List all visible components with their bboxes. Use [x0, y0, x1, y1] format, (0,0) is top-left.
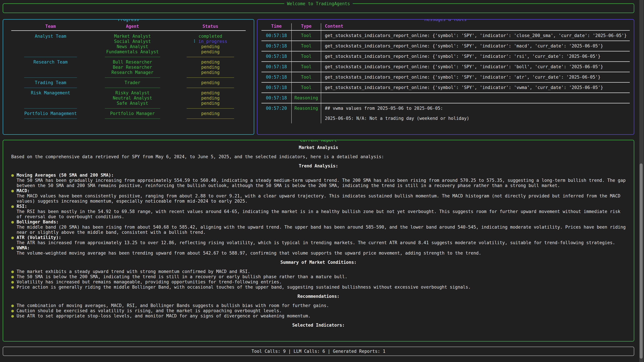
report-section-heading: Summary of Market Conditions:: [10, 260, 627, 265]
message-type: Tool: [292, 83, 321, 92]
status-text: pending: [201, 80, 220, 85]
bullet-text: The MACD values have been consistently p…: [16, 193, 627, 204]
bullet-text: Volatility has increased but remains man…: [16, 279, 627, 285]
agent-label: Bear Researcher: [90, 65, 174, 70]
status-text: pending: [201, 90, 220, 95]
bullet-content: The market exhibits a steady upward tren…: [16, 269, 627, 274]
bullet-content: The 50 SMA is below the 200 SMA, indicat…: [16, 274, 627, 279]
team-label: [10, 44, 90, 49]
bullet-content: Caution should be exercised as volatilit…: [16, 308, 627, 313]
bullet-text: Price action is generally riding the mid…: [16, 285, 627, 290]
message-type: Tool: [292, 62, 321, 72]
message-time: 00:57:18: [262, 93, 292, 103]
report-bullet: ●Bollinger Bands:The middle band (20 SMA…: [10, 219, 627, 235]
bullet-content: Moving Averages (50 SMA and 200 SMA):The…: [16, 173, 627, 188]
status-badge: ⠇in_progress: [174, 39, 246, 44]
message-content-line: get_stockstats_indicators_report_online:…: [325, 43, 630, 49]
team-label: [10, 70, 90, 75]
group-separator: [174, 85, 246, 90]
status-badge: pending: [174, 95, 246, 101]
progress-column-header: Agent: [90, 23, 174, 29]
message-row: 00:57:20Reasoning## vwma values from 202…: [262, 103, 630, 123]
spinner-icon: ⠇: [194, 39, 197, 44]
stats-footer: Tool Calls: 9 | LLM Calls: 6 | Generated…: [3, 347, 634, 356]
message-row: 00:57:18Toolget_stockstats_indicators_re…: [262, 41, 630, 51]
message-content: get_stockstats_indicators_report_online:…: [321, 72, 630, 82]
agent-label: Bull Researcher: [90, 59, 174, 65]
report-bullet: ●The 50 SMA is below the 200 SMA, indica…: [10, 274, 627, 279]
status-badge: pending: [174, 111, 246, 116]
bullet-content: Use ATR to set appropriate stop-loss lev…: [16, 313, 627, 319]
bullet-content: ATR (Volatility):The ATR has increased f…: [16, 235, 627, 245]
status-badge: pending: [174, 90, 246, 95]
bullet-dot-icon: ●: [10, 303, 16, 308]
progress-header-separator: [11, 30, 246, 32]
team-label: [10, 101, 90, 106]
agent-label: News Analyst: [90, 44, 174, 49]
message-type: Tool: [292, 41, 321, 51]
scrollbar-thumb[interactable]: [640, 163, 643, 359]
agent-label: Safe Analyst: [90, 101, 174, 106]
bullet-text: The 50 SMA is below the 200 SMA, indicat…: [16, 274, 627, 279]
message-content: get_stockstats_indicators_report_online:…: [321, 62, 630, 72]
bullet-dot-icon: ●: [10, 204, 16, 219]
bullet-content: Bollinger Bands:The middle band (20 SMA)…: [16, 219, 627, 235]
group-separator: [90, 85, 174, 90]
status-text: pending: [201, 59, 220, 64]
message-content-line: ## vwma values from 2025-05-06 to 2025-0…: [325, 106, 630, 111]
group-separator: [90, 106, 174, 111]
bullet-label: VWMA:: [16, 245, 627, 251]
status-row: Progress TeamAgentStatusAnalyst TeamMark…: [3, 19, 634, 135]
message-content-line: get_stockstats_indicators_report_online:…: [325, 33, 630, 38]
group-separator: [174, 116, 246, 121]
agent-label: Market Analyst: [90, 34, 174, 39]
bullet-text: The volume-weighted moving average has b…: [16, 251, 627, 256]
message-type: Tool: [292, 51, 321, 61]
bullet-dot-icon: ●: [10, 219, 16, 235]
agent-label: Social Analyst: [90, 39, 174, 44]
status-text: in_progress: [198, 39, 227, 44]
messages-column-header: Time: [262, 23, 292, 30]
team-label: Portfolio Management: [10, 111, 90, 116]
group-separator: [90, 75, 174, 80]
report-intro: Based on the comprehensive data retrieve…: [10, 154, 627, 159]
welcome-title: Welcome to TradingAgents: [284, 1, 353, 6]
bullet-content: Price action is generally riding the mid…: [16, 285, 627, 290]
message-content-line: [325, 111, 630, 116]
status-text: completed: [198, 34, 222, 39]
message-content: get_stockstats_indicators_report_online:…: [321, 51, 630, 61]
status-badge: pending: [174, 44, 246, 49]
message-row: 00:57:18Toolget_stockstats_indicators_re…: [262, 83, 630, 93]
message-time: 00:57:18: [262, 83, 292, 92]
status-badge: completed: [174, 34, 246, 39]
message-content-line: get_stockstats_indicators_report_online:…: [325, 54, 630, 59]
message-row: 00:57:18Reasoning: [262, 93, 630, 103]
message-time: 00:57:18: [262, 31, 292, 40]
message-row: 00:57:18Toolget_stockstats_indicators_re…: [262, 31, 630, 41]
message-time: 00:57:18: [262, 72, 292, 82]
scrollbar-track[interactable]: [639, 0, 644, 362]
group-separator: [174, 106, 246, 111]
agent-label: Research Manager: [90, 70, 174, 75]
agent-label: Fundamentals Analyst: [90, 49, 174, 54]
message-content-line: 2025-06-05: N/A: Not a trading day (week…: [325, 116, 630, 121]
bullet-dot-icon: ●: [10, 313, 16, 319]
bullet-label: ATR (Volatility):: [16, 235, 627, 240]
messages-column-header: Type: [292, 23, 321, 30]
terminal-content: Welcome to TradingAgents Progress TeamAg…: [3, 3, 634, 356]
bullet-label: Bollinger Bands:: [16, 219, 627, 225]
group-separator: [10, 54, 90, 59]
message-time: 00:57:18: [262, 62, 292, 72]
status-badge: pending: [174, 101, 246, 106]
message-type: Tool: [292, 72, 321, 82]
message-time: 00:57:20: [262, 103, 292, 123]
message-content-line: get_stockstats_indicators_report_online:…: [325, 75, 630, 80]
status-text: pending: [201, 70, 220, 75]
report-panel: Current Report Market AnalysisBased on t…: [3, 140, 634, 342]
message-row: 00:57:18Toolget_stockstats_indicators_re…: [262, 51, 630, 62]
app-root: Welcome to TradingAgents Progress TeamAg…: [0, 0, 644, 362]
report-bullet: ●VWMA:The volume-weighted moving average…: [10, 245, 627, 256]
bullet-content: RSI:The RSI has been mostly in the 54.92…: [16, 204, 627, 219]
bullet-text: The ATR has increased from approximately…: [16, 240, 627, 245]
messages-panel-title: Messages & Tools: [422, 19, 469, 22]
